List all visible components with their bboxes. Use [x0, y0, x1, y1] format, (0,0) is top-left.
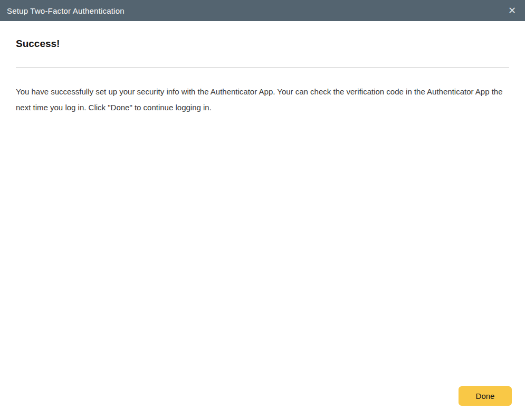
success-heading: Success! — [16, 38, 509, 50]
dialog-body: Success! You have successfully set up yo… — [0, 21, 525, 420]
divider — [16, 67, 509, 68]
dialog-title: Setup Two-Factor Authentication — [7, 6, 125, 15]
close-icon[interactable]: ✕ — [506, 5, 518, 16]
dialog-header: Setup Two-Factor Authentication ✕ — [0, 0, 525, 21]
done-button[interactable]: Done — [459, 386, 512, 406]
two-factor-setup-dialog: Setup Two-Factor Authentication ✕ Succes… — [0, 0, 525, 420]
success-message: You have successfully set up your securi… — [16, 84, 509, 116]
